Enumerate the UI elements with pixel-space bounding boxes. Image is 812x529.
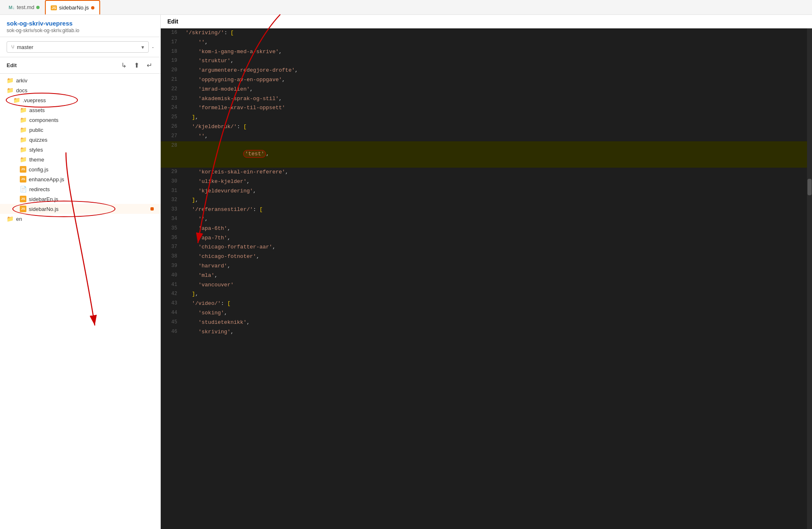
tree-label-redirects: redirects	[29, 186, 50, 192]
tree-item-styles[interactable]: 📁 styles	[0, 145, 160, 154]
line-content-22: 'imrad-modellen',	[182, 85, 812, 94]
tree-label-vuepress: .vuepress	[23, 97, 46, 103]
code-line-31: 31 'kjeldevurdering',	[161, 187, 812, 196]
tree-item-redirects[interactable]: 📄 redirects	[0, 184, 160, 194]
tree-label-arkiv: arkiv	[16, 77, 27, 84]
editor-title: Edit	[167, 18, 178, 25]
new-file-button[interactable]: ↳	[120, 61, 128, 70]
folder-icon: 📁	[13, 97, 20, 103]
line-num-16: 16	[162, 28, 182, 37]
line-num-30: 30	[162, 177, 182, 186]
line-content-32: ],	[182, 196, 812, 205]
code-line-22: 22 'imrad-modellen',	[161, 85, 812, 94]
line-content-35: 'apa-6th',	[182, 224, 812, 234]
tree-item-vuepress[interactable]: 📁 .vuepress	[0, 95, 160, 105]
line-num-26: 26	[162, 122, 182, 131]
line-num-24: 24	[162, 103, 182, 112]
code-line-26: 26 '/kjeldebruk/': [	[161, 122, 812, 132]
scrollbar-thumb[interactable]	[807, 179, 812, 195]
line-num-28: 28	[162, 141, 182, 150]
line-content-40: 'mla',	[182, 271, 812, 281]
sidebar-edit-label: Edit	[7, 62, 120, 68]
tree-label-en: en	[16, 216, 22, 222]
folder-icon: 📁	[7, 215, 14, 222]
folder-icon: 📁	[20, 136, 27, 143]
line-num-29: 29	[162, 168, 182, 176]
line-content-31: 'kjeldevurdering',	[182, 187, 812, 196]
js-icon: JS	[20, 196, 26, 202]
code-line-35: 35 'apa-6th',	[161, 224, 812, 234]
scrollbar-track[interactable]	[807, 28, 812, 529]
new-folder-button[interactable]: ↵	[145, 61, 154, 70]
line-content-34: '',	[182, 215, 812, 224]
line-content-17: '',	[182, 38, 812, 47]
tab-test-md[interactable]: M↓ test.md	[3, 0, 45, 14]
file-icon-redirects: 📄	[20, 186, 27, 192]
code-line-41: 41 'vancouver'	[161, 281, 812, 290]
tree-item-components[interactable]: 📁 components	[0, 115, 160, 125]
upload-button[interactable]: ⬆	[132, 61, 141, 70]
js-icon: JS	[20, 166, 26, 173]
line-num-44: 44	[162, 309, 182, 317]
code-line-24: 24 'formelle-krav-til-oppsett'	[161, 103, 812, 113]
code-line-29: 29 'korteis-skal-ein-referere',	[161, 168, 812, 177]
code-line-17: 17 '',	[161, 38, 812, 47]
tree-item-sidebarono-js[interactable]: JS sidebarNo.js	[0, 204, 160, 214]
line-num-27: 27	[162, 132, 182, 140]
line-num-38: 38	[162, 252, 182, 261]
tree-item-docs[interactable]: 📁 docs	[0, 85, 160, 95]
code-line-32: 32 ],	[161, 196, 812, 205]
line-num-18: 18	[162, 47, 182, 56]
code-line-18: 18 'kom-i-gang-med-a-skrive',	[161, 47, 812, 57]
line-content-19: 'struktur',	[182, 56, 812, 66]
tabs-bar: M↓ test.md JS sidebarNo.js	[0, 0, 812, 15]
code-area[interactable]: 16 '/skriving/': [ 17 '', 18 'kom-i-gang	[161, 28, 812, 529]
code-line-36: 36 'apa-7th',	[161, 234, 812, 243]
line-num-39: 39	[162, 262, 182, 270]
tree-item-public[interactable]: 📁 public	[0, 125, 160, 135]
line-num-42: 42	[162, 290, 182, 298]
js-icon: JS	[20, 206, 26, 212]
tab-modified-dot	[91, 6, 94, 9]
tree-label-enhanceapp-js: enhanceApp.js	[29, 176, 64, 183]
tree-item-enhanceapp-js[interactable]: JS enhanceApp.js	[0, 174, 160, 184]
tree-item-assets[interactable]: 📁 assets	[0, 105, 160, 115]
branch-icon: ⑂	[11, 44, 14, 50]
tree-item-sidebaren-js[interactable]: JS sidebarEn.js	[0, 194, 160, 204]
tree-label-assets: assets	[29, 107, 45, 113]
branch-diff: -	[152, 44, 154, 50]
line-num-23: 23	[162, 94, 182, 103]
line-content-42: ],	[182, 290, 812, 299]
code-line-44: 44 'soking',	[161, 309, 812, 318]
code-line-38: 38 'chicago-fotnoter',	[161, 252, 812, 262]
tree-item-theme[interactable]: 📁 theme	[0, 154, 160, 164]
tab-sidebarno-js[interactable]: JS sidebarNo.js	[45, 0, 100, 14]
tree-item-config-js[interactable]: JS config.js	[0, 164, 160, 174]
line-content-21: 'oppbygning-av-en-oppgave',	[182, 75, 812, 85]
tree-item-quizzes[interactable]: 📁 quizzes	[0, 135, 160, 145]
editor-panel: Edit 16 '/skriving/': [ 17 '',	[161, 15, 812, 529]
line-content-30: 'ulike-kjelder',	[182, 177, 812, 187]
tree-item-en[interactable]: 📁 en	[0, 214, 160, 224]
code-line-28: 28 'test',	[161, 141, 812, 168]
tab-dot-test-md	[36, 6, 40, 9]
branch-chevron: ▾	[141, 44, 144, 50]
line-num-46: 46	[162, 328, 182, 336]
code-line-46: 46 'skriving',	[161, 328, 812, 337]
sidebar-header: sok-og-skriv-vuepress sok-og-skriv/sok-o…	[0, 15, 160, 37]
file-tree: 📁 arkiv 📁 docs 📁 .vuepress 📁	[0, 74, 160, 529]
code-editor: 16 '/skriving/': [ 17 '', 18 'kom-i-gang	[161, 28, 812, 337]
line-num-34: 34	[162, 215, 182, 223]
tree-item-arkiv[interactable]: 📁 arkiv	[0, 75, 160, 85]
line-content-16: '/skriving/': [	[182, 28, 812, 38]
folder-icon: 📁	[20, 146, 27, 153]
line-content-20: 'argumentere-redegjore-drofte',	[182, 66, 812, 75]
line-num-36: 36	[162, 234, 182, 242]
tree-label-sidebarono-js: sidebarNo.js	[29, 206, 59, 212]
tree-label-config-js: config.js	[29, 166, 49, 173]
tree-label-public: public	[29, 127, 43, 133]
code-line-42: 42 ],	[161, 290, 812, 299]
line-num-25: 25	[162, 113, 182, 122]
branch-select[interactable]: ⑂ master ▾	[7, 41, 149, 53]
sidebar-edit-bar: Edit ↳ ⬆ ↵	[0, 57, 160, 74]
